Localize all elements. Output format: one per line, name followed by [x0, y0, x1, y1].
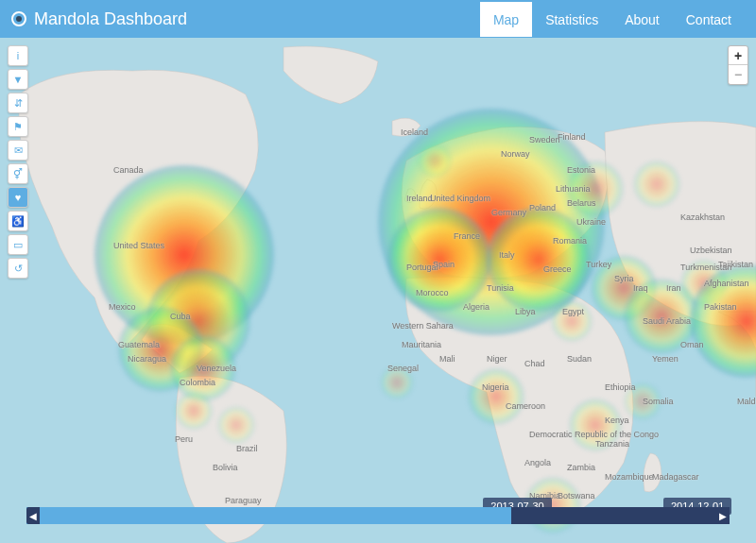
app-header: Mandola Dashboard MapStatisticsAboutCont… — [0, 0, 756, 38]
filter-icon[interactable]: ▼ — [8, 69, 28, 90]
nav-about[interactable]: About — [611, 2, 673, 37]
timeline: 2013-07-30 2014-12-01 ◀ ▶ — [26, 507, 730, 534]
chat-icon[interactable]: ✉ — [8, 140, 28, 161]
money-icon[interactable]: ▭ — [8, 234, 28, 255]
timeline-selection[interactable] — [511, 507, 730, 524]
flag-icon[interactable]: ⚑ — [8, 116, 28, 137]
nav-contact[interactable]: Contact — [673, 2, 745, 37]
timeline-handle-left[interactable]: ◀ — [26, 507, 40, 524]
zoom-in-button[interactable]: + — [729, 46, 747, 65]
gender-icon[interactable]: ⚥ — [8, 163, 28, 184]
info-icon[interactable]: i — [8, 45, 28, 66]
timeline-handle-right[interactable]: ▶ — [716, 507, 730, 524]
map-canvas[interactable]: CanadaUnited StatesMexicoGuatemalaNicara… — [0, 38, 756, 543]
map-toolbar: i▼⇵⚑✉⚥♥♿▭↺ — [8, 45, 28, 279]
person-icon[interactable]: ⇵ — [8, 93, 28, 113]
world-map-svg — [0, 38, 756, 543]
zoom-control: + − — [728, 45, 748, 85]
nav-statistics[interactable]: Statistics — [532, 2, 611, 37]
timeline-track[interactable]: ◀ ▶ — [26, 507, 730, 524]
brand-title: Mandola Dashboard — [34, 9, 187, 29]
main-nav: MapStatisticsAboutContact — [480, 2, 745, 37]
zoom-out-button[interactable]: − — [729, 65, 747, 84]
heart-icon[interactable]: ♥ — [8, 187, 28, 208]
nav-map[interactable]: Map — [480, 2, 532, 37]
access-icon[interactable]: ♿ — [8, 211, 28, 231]
brand-logo-icon — [11, 11, 26, 26]
reset-icon[interactable]: ↺ — [8, 258, 28, 279]
